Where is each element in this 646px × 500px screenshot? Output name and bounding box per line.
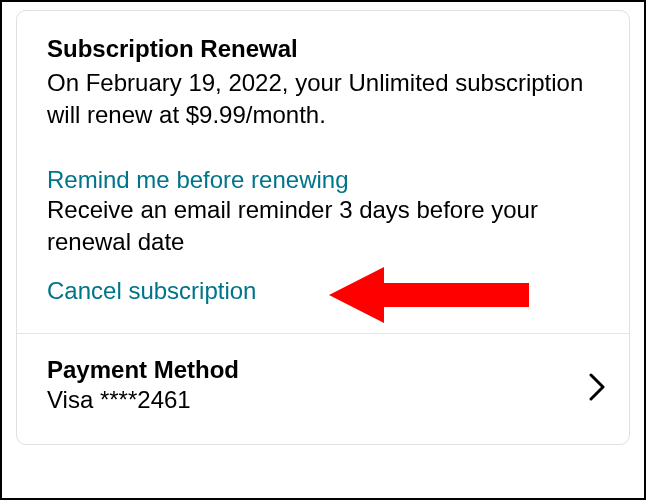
payment-heading: Payment Method <box>47 356 599 384</box>
reminder-block: Remind me before renewing Receive an ema… <box>47 166 599 259</box>
cancel-block: Cancel subscription <box>47 277 599 305</box>
chevron-right-icon <box>589 373 605 405</box>
payment-value: Visa ****2461 <box>47 386 599 414</box>
reminder-description: Receive an email reminder 3 days before … <box>47 194 599 259</box>
annotation-arrow-icon <box>329 263 529 331</box>
cancel-subscription-link[interactable]: Cancel subscription <box>47 277 256 305</box>
subscription-card: Subscription Renewal On February 19, 202… <box>16 10 630 445</box>
renewal-heading: Subscription Renewal <box>47 35 599 63</box>
renewal-section: Subscription Renewal On February 19, 202… <box>17 11 629 334</box>
remind-me-link[interactable]: Remind me before renewing <box>47 166 349 194</box>
payment-method-row[interactable]: Payment Method Visa ****2461 <box>17 334 629 444</box>
renewal-description: On February 19, 2022, your Unlimited sub… <box>47 67 599 132</box>
